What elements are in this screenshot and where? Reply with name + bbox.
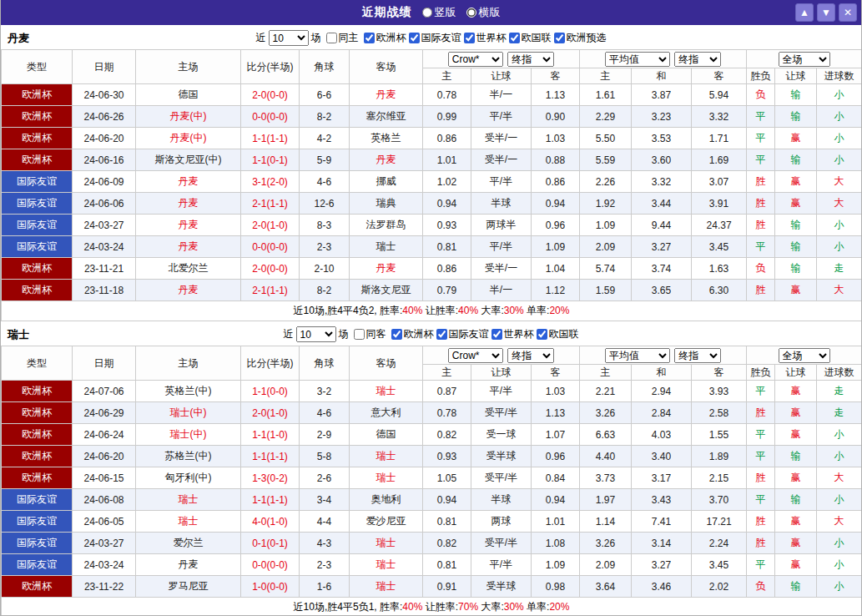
layout-option-horizontal[interactable]: 横版 <box>466 5 501 20</box>
move-up-button[interactable]: ▲ <box>795 3 814 22</box>
odds-home-cell: 0.94 <box>423 193 471 215</box>
odds-stage-select[interactable]: 终指 <box>507 348 554 363</box>
league-filter-checkbox[interactable] <box>491 329 502 340</box>
avg-stage-select[interactable]: 终指 <box>674 52 721 67</box>
odds-away-cell: 1.09 <box>532 554 580 576</box>
same-venue-filter[interactable]: 同主 <box>326 31 359 45</box>
team-name: 瑞士 <box>8 327 29 342</box>
same-venue-checkbox[interactable] <box>354 329 365 340</box>
match-date-cell: 24-03-27 <box>73 215 136 236</box>
result-handicap-cell: 输 <box>775 106 817 128</box>
same-venue-checkbox[interactable] <box>326 33 337 43</box>
league-filter[interactable]: 世界杯 <box>491 327 534 341</box>
score-cell: 1-1(0-0) <box>241 381 300 402</box>
league-filter[interactable]: 国际友谊 <box>436 327 489 341</box>
home-team-cell: 德国 <box>136 84 241 106</box>
move-down-button[interactable]: ▼ <box>817 3 835 22</box>
result-goals-cell: 小 <box>817 84 862 106</box>
avg-away-cell: 3.32 <box>692 106 747 128</box>
handicap-cell: 受平/半 <box>471 402 532 424</box>
results-rows: 欧洲杯24-06-30德国2-0(0-0)6-6丹麦0.78半/一1.131.6… <box>2 84 862 301</box>
scope-select[interactable]: 全场 <box>779 52 830 67</box>
handicap-cell: 两球 <box>471 511 532 533</box>
same-venue-filter[interactable]: 同客 <box>354 327 386 341</box>
odds-away-cell: 0.96 <box>532 446 580 467</box>
match-row: 欧洲杯24-06-24瑞士(中)1-1(1-0)2-9德国0.82受一球1.07… <box>2 424 862 446</box>
result-handicap-cell: 赢 <box>775 171 817 193</box>
col-header-result-handicap: 让球 <box>775 365 817 381</box>
league-filter-checkbox[interactable] <box>464 33 475 43</box>
score-cell: 2-0(0-0) <box>241 258 300 280</box>
bookmaker-select[interactable]: Crow* <box>448 52 503 67</box>
avg-draw-cell: 3.27 <box>632 554 692 576</box>
handicap-cell: 平/半 <box>471 236 532 258</box>
layout-option-vertical[interactable]: 竖版 <box>422 5 456 20</box>
home-team-cell: 匈牙利(中) <box>136 467 241 489</box>
scope-select[interactable]: 全场 <box>779 348 830 363</box>
col-header-odds-handicap: 让球 <box>471 365 532 381</box>
result-goals-cell: 小 <box>817 489 862 511</box>
league-filter[interactable]: 国际友谊 <box>409 31 461 45</box>
col-header-result-outcome: 胜负 <box>747 68 775 84</box>
avg-away-cell: 1.71 <box>692 128 747 149</box>
horizontal-layout-radio[interactable] <box>466 8 476 18</box>
odds-home-cell: 0.78 <box>423 402 471 424</box>
odds-stage-select[interactable]: 终指 <box>507 52 554 67</box>
average-select[interactable]: 平均值 <box>605 52 670 67</box>
league-filter[interactable]: 世界杯 <box>464 31 507 45</box>
match-row: 国际友谊24-03-24丹麦0-0(0-0)2-3瑞士0.81平/半1.092.… <box>2 236 862 258</box>
score-cell: 3-1(2-0) <box>241 171 300 193</box>
league-filter-checkbox[interactable] <box>436 329 447 340</box>
col-header-home: 主场 <box>136 346 241 381</box>
match-row: 欧洲杯24-06-20丹麦(中)1-1(1-1)4-2英格兰0.86受半/一1.… <box>2 128 862 149</box>
league-type-cell: 国际友谊 <box>2 511 73 533</box>
score-cell: 1-3(0-2) <box>241 467 300 489</box>
league-filter-checkbox[interactable] <box>409 33 420 43</box>
result-handicap-cell: 输 <box>775 576 817 598</box>
league-filter[interactable]: 欧国联 <box>509 31 552 45</box>
league-filter[interactable]: 欧洲预选 <box>554 31 607 45</box>
result-outcome-cell: 平 <box>747 489 775 511</box>
avg-home-cell: 5.50 <box>580 128 632 149</box>
summary-segment: 单率: <box>524 305 550 316</box>
league-filter-checkbox[interactable] <box>364 33 375 43</box>
corner-cell: 4-6 <box>300 171 350 193</box>
league-filter-checkbox[interactable] <box>509 33 520 43</box>
league-filter[interactable]: 欧国联 <box>537 327 579 341</box>
league-type-cell: 欧洲杯 <box>2 424 73 446</box>
home-team-cell: 罗马尼亚 <box>136 576 241 598</box>
match-date-cell: 24-06-30 <box>73 84 136 106</box>
avg-draw-cell: 9.44 <box>632 215 692 236</box>
result-goals-cell: 大 <box>817 171 862 193</box>
handicap-cell: 平/半 <box>471 554 532 576</box>
league-filter[interactable]: 欧洲杯 <box>364 31 406 45</box>
league-type-cell: 欧洲杯 <box>2 280 73 301</box>
away-team-cell: 瑞士 <box>350 533 423 554</box>
avg-away-cell: 2.58 <box>692 402 747 424</box>
bookmaker-select[interactable]: Crow* <box>448 348 503 363</box>
league-filter-checkbox[interactable] <box>391 329 402 340</box>
corner-cell: 4-6 <box>300 402 350 424</box>
avg-home-cell: 2.26 <box>580 171 632 193</box>
match-date-cell: 24-06-29 <box>73 402 136 424</box>
up-arrow-icon: ▲ <box>799 7 809 18</box>
home-team-cell: 瑞士 <box>136 489 241 511</box>
average-select[interactable]: 平均值 <box>605 348 670 363</box>
summary-row: 近10场,胜4平5负1, 胜率:40% 让胜率:70% 大率:30% 单率:20… <box>2 598 862 616</box>
league-filter-checkbox[interactable] <box>554 33 565 43</box>
home-team-cell: 瑞士(中) <box>136 402 241 424</box>
close-button[interactable]: ✕ <box>839 3 857 22</box>
league-filter-checkbox[interactable] <box>537 329 547 340</box>
vertical-layout-radio[interactable] <box>422 8 432 18</box>
recent-results-panel: 近期战绩 竖版 横版 ▲ ▼ ✕ 丹麦 近 10 场 <box>0 0 862 616</box>
avg-stage-select[interactable]: 终指 <box>674 348 721 363</box>
result-goals-cell: 走 <box>817 381 862 402</box>
result-handicap-cell: 赢 <box>775 511 817 533</box>
odds-away-cell: 0.86 <box>532 171 580 193</box>
recent-count-select[interactable]: 10 <box>296 326 336 342</box>
handicap-cell: 受一球 <box>471 424 532 446</box>
odds-away-cell: 1.04 <box>532 258 580 280</box>
league-filter-label: 世界杯 <box>504 327 534 341</box>
league-filter[interactable]: 欧洲杯 <box>391 327 434 341</box>
recent-count-select[interactable]: 10 <box>269 30 309 46</box>
